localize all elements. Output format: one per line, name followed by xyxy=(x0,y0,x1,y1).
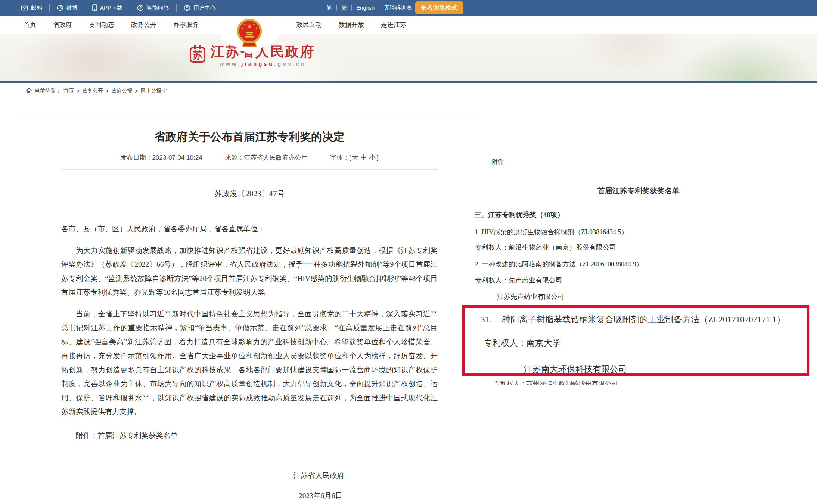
attachment-label: 附件 xyxy=(491,157,504,166)
app-download-icon xyxy=(92,4,97,11)
site-url: www.jiangsu.gov.cn xyxy=(220,60,307,67)
site-banner: 苏 江苏省人民政府 www.jiangsu.gov.cn xyxy=(0,34,817,81)
nav-item-services[interactable]: 办事服务 xyxy=(173,21,199,29)
mail-icon xyxy=(21,5,28,11)
salutation: 各市、县（市、区）人民政府，省各委办厅局，省各直属单位： xyxy=(61,222,438,236)
attachment-title: 首届江苏专利奖获奖名单 xyxy=(463,186,814,196)
article-meta: 发布日期：2023-07-04 10:24 来源：江苏省人民政府办公厅 字体：[… xyxy=(61,153,438,162)
font-size-controls: 字体：[大中小] xyxy=(330,154,378,161)
app-download-link[interactable]: APP下载 xyxy=(85,4,130,12)
main-navbar: 首页 省政府 要闻动态 政务公开 办事服务 政民互动 数据开放 走进江苏 xyxy=(0,16,817,34)
document-number: 苏政发〔2023〕47号 xyxy=(61,188,438,199)
nav-left-group: 首页 省政府 要闻动态 政务公开 办事服务 xyxy=(24,16,199,34)
highlight-box: 31. 一种阳离子树脂基载锆纳米复合吸附剂的工业制备方法（ZL201710707… xyxy=(462,305,809,376)
article-title: 省政府关于公布首届江苏专利奖的决定 xyxy=(61,129,438,144)
qa-icon: ? xyxy=(137,4,144,11)
attachment-panel: 附件 首届江苏专利奖获奖名单 三、江苏专利优秀奖（48项） 1. HIV感染的肽… xyxy=(463,149,814,410)
publish-date: 发布日期：2023-07-04 10:24 xyxy=(120,154,202,161)
lang-simplified[interactable]: 简 xyxy=(322,5,337,11)
font-size-medium[interactable]: 中 xyxy=(360,154,368,161)
lang-traditional[interactable]: 繁 xyxy=(337,5,352,11)
seal-logo-icon: 苏 xyxy=(189,44,206,64)
svg-text:★: ★ xyxy=(255,27,257,30)
patent-item: 1. HIV感染的肽衍生物融合抑制剂（ZL03816434.5） xyxy=(475,228,628,237)
document-card: 省政府关于公布首届江苏专利奖的决定 发布日期：2023-07-04 10:24 … xyxy=(24,112,475,504)
patent-owner: 专利权人：先声药业有限公司 xyxy=(475,276,562,285)
site-title-block: 江苏省人民政府 www.jiangsu.gov.cn xyxy=(211,44,315,67)
weibo-icon xyxy=(57,4,63,11)
nav-item-about-jiangsu[interactable]: 走进江苏 xyxy=(381,21,406,29)
smart-qa-label: 智能问答 xyxy=(147,4,169,12)
breadcrumb-label: 当前位置： xyxy=(35,88,61,94)
lang-english[interactable]: English xyxy=(352,5,379,11)
svg-text:★: ★ xyxy=(247,23,252,30)
paragraph: 当前，全省上下坚持以习近平新时代中国特色社会主义思想为指导，全面贯彻党的二十大精… xyxy=(61,307,438,419)
patent-owner: 专利权人：前沿生物药业（南京）股份有限公司 xyxy=(475,243,616,252)
font-size-small[interactable]: 小 xyxy=(368,154,377,161)
nav-item-open-data[interactable]: 数据开放 xyxy=(339,21,364,29)
highlighted-patent-owner: 专利权人：南京大学 xyxy=(484,337,561,349)
paragraph: 为大力实施创新驱动发展战略，加快推进知识产权强省建设，更好鼓励知识产权高质量创造… xyxy=(61,244,438,300)
breadcrumb-item-home[interactable]: 首页 xyxy=(63,88,74,94)
highlighted-patent-line: 31. 一种阳离子树脂基载锆纳米复合吸附剂的工业制备方法（ZL201710707… xyxy=(481,314,785,325)
svg-text:★: ★ xyxy=(253,23,255,26)
nav-item-gov-affairs[interactable]: 政务公开 xyxy=(131,21,156,29)
meta-divider xyxy=(61,169,438,170)
smart-qa-link[interactable]: ? 智能问答 xyxy=(130,4,177,12)
signature-date: 2023年6月6日 xyxy=(61,489,438,503)
font-size-large[interactable]: 大 xyxy=(351,154,360,161)
nav-item-news[interactable]: 要闻动态 xyxy=(89,21,114,29)
clipped-patent-owner: 专利权人：苏州泽璟生物制药股份有限公司 xyxy=(494,379,618,385)
patent-item: 2. 一种改进的比阿培南的制备方法（ZL200610038044.9） xyxy=(475,260,643,269)
weibo-label: 微博 xyxy=(66,4,78,12)
mail-link[interactable]: 邮箱 xyxy=(21,4,50,12)
breadcrumb-separator: > xyxy=(135,88,138,94)
attachment-reference: 附件：首届江苏专利奖获奖名单 xyxy=(61,429,438,443)
highlighted-patent-co-owner: 江苏南大环保科技有限公司 xyxy=(524,363,627,375)
breadcrumb-item-online-gazette[interactable]: 网上公报室 xyxy=(141,88,167,94)
quick-links: 邮箱 微博 APP下载 ? 智能问答 用户中心 xyxy=(21,0,223,16)
weibo-link[interactable]: 微博 xyxy=(50,4,85,12)
top-utility-bar: 邮箱 微博 APP下载 ? 智能问答 用户中心 简 繁 English 无障碍浏… xyxy=(0,0,817,16)
svg-text:?: ? xyxy=(139,6,142,10)
accessibility-link[interactable]: 无障碍浏览 xyxy=(379,5,416,11)
svg-text:苏: 苏 xyxy=(193,50,202,61)
nav-right-group: 政民互动 数据开放 走进江苏 xyxy=(296,16,406,34)
banner-decoration xyxy=(575,34,687,71)
mail-label: 邮箱 xyxy=(31,4,42,12)
user-center-link[interactable]: 用户中心 xyxy=(177,4,223,12)
breadcrumb-separator: > xyxy=(77,88,80,94)
svg-text:★: ★ xyxy=(242,27,244,30)
svg-text:★: ★ xyxy=(244,23,246,26)
attachment-section-heading: 三、江苏专利优秀奖（48项） xyxy=(474,210,564,219)
language-switcher: 简 繁 English 无障碍浏览 xyxy=(322,0,416,16)
elder-mode-button[interactable]: 长者浏览模式 xyxy=(415,1,463,14)
patent-co-owner: 江苏先声药业有限公司 xyxy=(497,292,564,301)
breadcrumb: 当前位置： 首页> 政务公开> 政府公报> 网上公报室 xyxy=(26,83,167,99)
breadcrumb-item-gov-affairs[interactable]: 政务公开 xyxy=(82,88,103,94)
signature: 江苏省人民政府 xyxy=(61,469,438,483)
breadcrumb-separator: > xyxy=(106,88,109,94)
banner-decoration xyxy=(680,38,814,81)
nav-item-provincial-gov[interactable]: 省政府 xyxy=(53,21,72,29)
breadcrumb-item-gazette[interactable]: 政府公报 xyxy=(111,88,132,94)
home-icon xyxy=(26,88,32,94)
nav-item-interaction[interactable]: 政民互动 xyxy=(296,21,322,29)
app-download-label: APP下载 xyxy=(100,4,122,12)
user-center-icon xyxy=(184,4,190,11)
article-source: 来源：江苏省人民政府办公厅 xyxy=(225,154,307,161)
nav-item-home[interactable]: 首页 xyxy=(24,21,36,29)
user-center-label: 用户中心 xyxy=(193,4,216,12)
national-emblem-icon: ★ ★ ★ ★ ★ xyxy=(235,18,264,52)
